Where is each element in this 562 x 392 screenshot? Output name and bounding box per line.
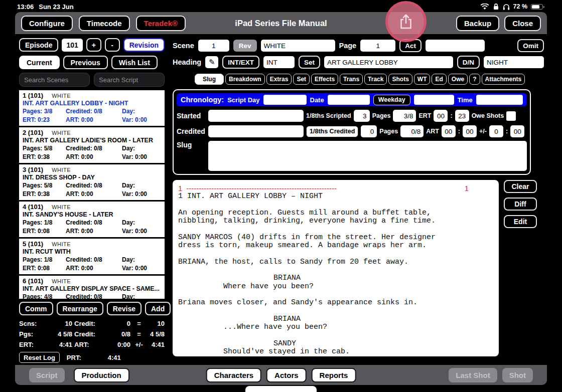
episode-plus-button[interactable]: +	[86, 38, 101, 52]
comm-button[interactable]: Comm	[19, 302, 53, 315]
tab-question-mark[interactable]: ?	[469, 74, 480, 85]
heading-edit-icon[interactable]: ✎	[205, 56, 218, 68]
battery-percent: 72 %	[513, 3, 528, 10]
scene-card[interactable]: 6 (101)WHITEINT. ART GALLERY DISPLAY SPA…	[19, 276, 165, 299]
tab-current[interactable]: Current	[19, 56, 60, 69]
scene-list[interactable]: 1 (101)WHITEINT. ART GALLERY LOBBY - NIG…	[19, 90, 165, 299]
scene-pages: Pages: 5/8	[23, 145, 66, 152]
backup-button[interactable]: Backup	[456, 16, 499, 31]
tab-wt[interactable]: WT	[414, 74, 431, 85]
tab-wish-list[interactable]: Wish List	[111, 56, 158, 69]
scene-card[interactable]: 4 (101)WHITEINT. SANDY'S HOUSE - LATERPa…	[19, 202, 165, 237]
scene-card[interactable]: 5 (101)WHITEINT. RCUT WITHPages: 1/8Cred…	[19, 239, 165, 274]
rearrange-button[interactable]: Rearrange	[57, 302, 103, 315]
variance-minutes-input[interactable]	[510, 125, 524, 137]
scene-number-input[interactable]	[198, 40, 229, 52]
edit-button[interactable]: Edit	[504, 215, 537, 228]
eighths-scripted-input[interactable]	[354, 110, 370, 122]
search-scenes-input[interactable]	[19, 73, 90, 87]
script-side-buttons: ClearDiffEdit	[504, 180, 537, 356]
episode-number-input[interactable]	[62, 39, 82, 52]
ert-minutes-input[interactable]	[455, 110, 469, 122]
timecode-button[interactable]: Timecode	[79, 16, 130, 31]
scene-color-input[interactable]	[261, 40, 335, 52]
scene-revision-color: WHITE	[52, 93, 71, 99]
ert-hours-input[interactable]	[434, 110, 448, 122]
tab-ed[interactable]: Ed	[432, 74, 446, 85]
configure-button[interactable]: Configure	[21, 16, 73, 31]
script-page[interactable]: 1---------------------------------------…	[173, 180, 499, 356]
reports-button[interactable]: Reports	[312, 368, 356, 382]
set-button[interactable]: Set	[299, 56, 320, 69]
share-button[interactable]	[398, 14, 413, 30]
tab-breakdown[interactable]: Breakdown	[225, 74, 265, 85]
set-input[interactable]	[324, 56, 453, 68]
owe-shots-checkbox[interactable]	[506, 111, 516, 121]
clear-button[interactable]: Clear	[504, 180, 537, 193]
totals-cell: 10	[44, 320, 72, 327]
art-minutes-input[interactable]	[463, 125, 477, 137]
weekday-input[interactable]	[414, 95, 454, 105]
rev-button[interactable]: Rev	[233, 40, 257, 52]
episode-button[interactable]: Episode	[19, 38, 58, 52]
slug-textarea[interactable]	[208, 141, 527, 171]
close-button[interactable]: Close	[504, 16, 541, 31]
omit-button[interactable]: Omit	[517, 39, 544, 52]
search-script-input[interactable]	[94, 73, 165, 87]
pages-credited-input[interactable]	[400, 125, 424, 137]
tab-trans[interactable]: Trans	[340, 74, 363, 85]
actors-button[interactable]: Actors	[266, 368, 307, 382]
eighths-credited-input[interactable]	[361, 125, 377, 137]
scene-art: ART: 0:00	[66, 153, 122, 161]
tab-effects[interactable]: Effects	[311, 74, 338, 85]
scene-card[interactable]: 2 (101)WHITEINT. ART GALLERY LADIE'S ROO…	[19, 127, 165, 163]
int-ext-button[interactable]: INT/EXT	[222, 56, 259, 69]
tab-previous[interactable]: Previous	[63, 56, 108, 69]
pages-scripted-input[interactable]	[393, 110, 416, 122]
scene-ert: ERT: 0:08	[23, 228, 66, 235]
home-indicator[interactable]	[245, 386, 317, 392]
tab-shots[interactable]: Shots	[388, 74, 412, 85]
scene-card[interactable]: 1 (101)WHITEINT. ART GALLERY LOBBY - NIG…	[19, 90, 165, 126]
revise-button[interactable]: Revise	[107, 302, 142, 315]
content: Episode + - Revision CurrentPreviousWish…	[15, 34, 547, 365]
scene-heading: INT. DRESS SHOP - DAY	[23, 174, 162, 181]
episode-minus-button[interactable]: -	[105, 38, 120, 52]
tab-track[interactable]: Track	[364, 74, 387, 85]
shot-button[interactable]: Shot	[502, 368, 533, 382]
tab-set[interactable]: Set	[293, 74, 310, 85]
tab-attachments[interactable]: Attachments	[482, 74, 525, 85]
eighths-credited-button[interactable]: 1/8ths Credited	[306, 126, 358, 137]
page-input[interactable]	[360, 40, 395, 52]
tab-extras[interactable]: Extras	[266, 74, 292, 85]
time-input[interactable]	[476, 95, 523, 105]
scene-card[interactable]: 3 (101)WHITEINT. DRESS SHOP - DAYPages: …	[19, 164, 165, 200]
diff-button[interactable]: Diff	[504, 198, 537, 211]
art-hours-input[interactable]	[442, 125, 456, 137]
last-shot-button[interactable]: Last Shot	[449, 368, 497, 382]
script-heading-line: 1 INT. ART GALLERY LOBBY – NIGHT	[178, 192, 495, 201]
act-input[interactable]	[426, 40, 485, 52]
totals-cell: ERT:	[19, 341, 42, 348]
revision-button[interactable]: Revision	[123, 38, 165, 52]
dn-input[interactable]	[484, 56, 544, 68]
reset-log-button[interactable]: Reset Log	[19, 352, 60, 363]
weekday-button[interactable]: Weekday	[373, 95, 410, 105]
heading-label: Heading	[173, 58, 201, 66]
dn-button[interactable]: D/N	[457, 56, 480, 69]
started-input[interactable]	[208, 110, 304, 122]
variance-hours-input[interactable]	[489, 125, 503, 137]
totals-cell: 4:41	[148, 341, 165, 348]
tab-owe[interactable]: Owe	[448, 74, 468, 85]
production-button[interactable]: Production	[74, 368, 129, 382]
int-ext-input[interactable]	[263, 56, 295, 68]
tab-slug[interactable]: Slug	[195, 74, 224, 85]
script-button[interactable]: Script	[29, 368, 65, 382]
credited-input[interactable]	[208, 125, 304, 137]
scene-credited: Credited: 0/8	[66, 145, 122, 152]
date-input[interactable]	[328, 95, 370, 105]
teradek-button[interactable]: Teradek®	[136, 16, 186, 31]
script-day-input[interactable]	[263, 95, 307, 105]
characters-button[interactable]: Characters	[206, 368, 261, 382]
app-title: iPad Series File Manual	[235, 19, 327, 28]
